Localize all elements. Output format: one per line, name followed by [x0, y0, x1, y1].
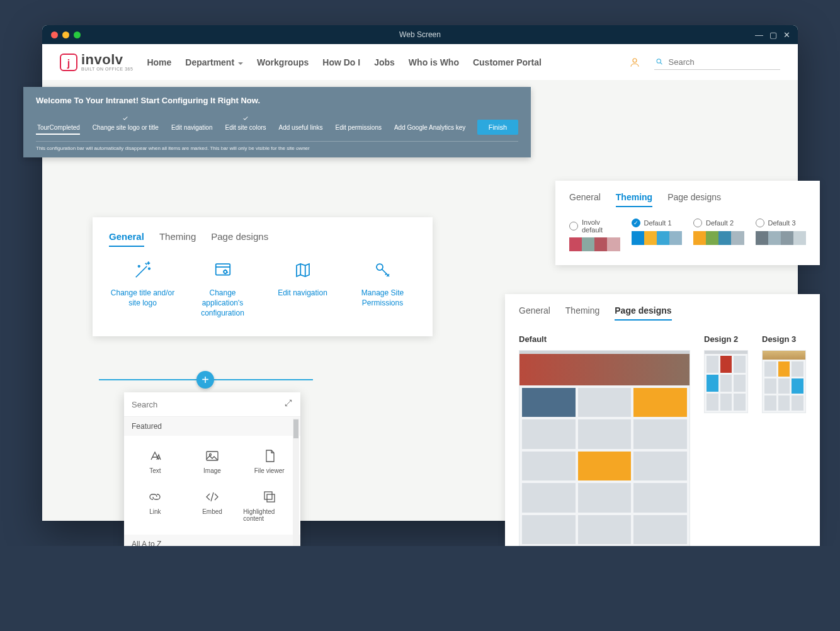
- nav-howdoi[interactable]: How Do I: [322, 57, 360, 67]
- svg-point-6: [377, 264, 383, 270]
- panel-theming: General Theming Page designs Involv defa…: [555, 181, 820, 265]
- embed-icon: [205, 489, 220, 504]
- theming-tabs: General Theming Page designs: [569, 192, 806, 207]
- webpart-search-input[interactable]: [132, 400, 279, 409]
- close-icon[interactable]: ✕: [783, 31, 790, 39]
- design-default-title: Default: [519, 334, 690, 344]
- image-icon: [205, 448, 220, 463]
- panel-general: General Theming Page designs Change titl…: [93, 217, 433, 336]
- brand-mark: j: [60, 54, 77, 71]
- action-manage-permissions[interactable]: Manage Site Permissions: [349, 261, 416, 319]
- theme-option-3[interactable]: Default 3: [756, 219, 807, 251]
- designs-tabs: General Theming Page designs: [519, 305, 806, 321]
- brand-name: involv: [81, 53, 133, 67]
- design-thumbnail-3[interactable]: [762, 350, 806, 413]
- radio-icon[interactable]: [569, 222, 578, 230]
- radio-icon[interactable]: [756, 219, 764, 227]
- tab-theming-2[interactable]: Theming: [616, 192, 652, 207]
- nav-home[interactable]: Home: [147, 57, 171, 67]
- svg-point-0: [633, 59, 637, 62]
- design-thumbnail-2[interactable]: [704, 350, 748, 413]
- theme-option-2[interactable]: Default 2: [693, 219, 744, 251]
- tab-page-designs[interactable]: Page designs: [211, 231, 268, 247]
- wp-file-viewer[interactable]: File viewer: [241, 441, 298, 482]
- window-title: Web Screen: [42, 30, 798, 39]
- step-analytics[interactable]: Add Google Analytics key: [393, 124, 477, 135]
- theme-option-1[interactable]: Default 1: [632, 219, 683, 251]
- text-icon: [147, 448, 162, 463]
- svg-point-8: [209, 454, 211, 456]
- wp-image[interactable]: Image: [184, 441, 241, 482]
- svg-rect-4: [215, 264, 230, 275]
- design-2-title: Design 2: [704, 334, 748, 344]
- radio-icon[interactable]: [693, 219, 702, 227]
- nav-workgroups[interactable]: Workgroups: [257, 57, 309, 67]
- step-logo[interactable]: Change site logo or title: [91, 115, 170, 135]
- brand-logo[interactable]: j involv BUILT ON OFFICE 365: [60, 53, 133, 71]
- nav-department[interactable]: Department: [185, 57, 243, 67]
- nav-whoiswho[interactable]: Who is Who: [409, 57, 459, 67]
- search-input[interactable]: [669, 57, 779, 67]
- wp-highlighted[interactable]: Highlighted content: [241, 482, 298, 530]
- nav-jobs[interactable]: Jobs: [374, 57, 395, 67]
- brand-tagline: BUILT ON OFFICE 365: [81, 67, 133, 71]
- config-note: This configuration bar will automaticall…: [36, 141, 518, 151]
- tab-page-designs-2[interactable]: Page designs: [667, 192, 721, 207]
- nav-customerportal[interactable]: Customer Portal: [473, 57, 542, 67]
- browser-window: Web Screen ― ▢ ✕ j involv BUILT ON OFFIC…: [42, 25, 798, 521]
- tab-page-designs-3[interactable]: Page designs: [615, 305, 671, 321]
- wp-link[interactable]: Link: [127, 482, 184, 530]
- search-box[interactable]: [654, 55, 780, 70]
- wand-icon: [133, 261, 152, 280]
- finish-button[interactable]: Finish: [477, 120, 518, 135]
- webpart-picker: Featured Text Image File viewer Link Emb…: [124, 392, 300, 546]
- panel-page-designs: General Theming Page designs Default: [505, 294, 820, 546]
- general-tabs: General Theming Page designs: [109, 231, 416, 247]
- step-permissions[interactable]: Edit permissions: [334, 124, 393, 135]
- step-links[interactable]: Add useful links: [278, 124, 334, 135]
- svg-point-5: [224, 270, 227, 273]
- map-icon: [293, 261, 312, 280]
- restore-icon[interactable]: ▢: [769, 31, 777, 39]
- theme-option-0[interactable]: Involv default: [569, 219, 620, 251]
- wp-embed[interactable]: Embed: [184, 482, 241, 530]
- step-tour[interactable]: TourCompleted: [36, 124, 91, 135]
- tab-theming-3[interactable]: Theming: [565, 305, 599, 321]
- highlighted-content-icon: [262, 489, 277, 504]
- add-webpart-button[interactable]: +: [196, 371, 214, 389]
- config-heading: Welcome To Your Intranet! Start Configur…: [36, 96, 518, 105]
- tab-general-2[interactable]: General: [569, 192, 601, 207]
- title-bar: Web Screen ― ▢ ✕: [42, 25, 798, 44]
- top-nav: j involv BUILT ON OFFICE 365 Home Depart…: [42, 44, 798, 80]
- picker-scrollbar[interactable]: [293, 418, 299, 546]
- action-app-config[interactable]: Change application's configuration: [189, 261, 256, 319]
- settings-window-icon: [213, 261, 232, 280]
- key-icon: [373, 261, 392, 280]
- section-all: All A to Z: [124, 535, 300, 546]
- section-featured: Featured: [124, 417, 300, 436]
- step-colors[interactable]: Edit site colors: [224, 115, 278, 135]
- design-3-title: Design 3: [762, 334, 806, 344]
- config-bar: Welcome To Your Intranet! Start Configur…: [23, 87, 531, 157]
- radio-icon[interactable]: [632, 219, 640, 227]
- svg-point-2: [138, 266, 140, 268]
- link-icon: [147, 489, 162, 504]
- step-nav[interactable]: Edit navigation: [170, 124, 224, 135]
- svg-rect-9: [264, 492, 272, 499]
- file-icon: [262, 448, 277, 463]
- window-controls: ― ▢ ✕: [755, 31, 790, 39]
- svg-point-3: [148, 268, 150, 270]
- minimize-icon[interactable]: ―: [755, 31, 763, 39]
- svg-point-1: [657, 59, 661, 63]
- tab-theming[interactable]: Theming: [159, 231, 196, 247]
- expand-picker-icon[interactable]: [284, 399, 293, 410]
- wp-text[interactable]: Text: [127, 441, 184, 482]
- svg-rect-10: [267, 494, 275, 502]
- action-edit-navigation[interactable]: Edit navigation: [269, 261, 336, 319]
- tab-general[interactable]: General: [109, 231, 144, 247]
- user-icon[interactable]: [629, 57, 640, 68]
- tab-general-3[interactable]: General: [519, 305, 550, 321]
- design-thumbnail-default[interactable]: [519, 350, 690, 546]
- search-icon: [656, 57, 664, 66]
- action-change-title-logo[interactable]: Change title and/or site logo: [109, 261, 176, 319]
